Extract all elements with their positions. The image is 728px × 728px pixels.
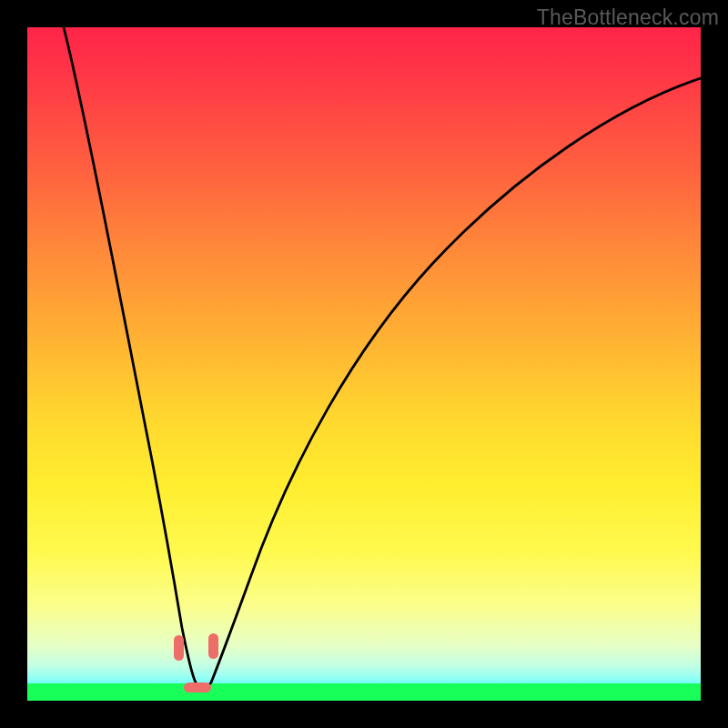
- marker-bottom: [184, 682, 211, 693]
- chart-frame: TheBottleneck.com: [0, 0, 728, 728]
- bottleneck-curve-svg: [27, 27, 701, 701]
- marker-left: [174, 635, 184, 661]
- svg-rect-2: [184, 682, 211, 693]
- bottleneck-curve: [64, 27, 701, 688]
- marker-right: [208, 633, 218, 659]
- svg-rect-0: [174, 635, 184, 661]
- watermark-text: TheBottleneck.com: [537, 5, 719, 30]
- chart-plot-area: [27, 27, 701, 701]
- svg-rect-1: [208, 633, 218, 659]
